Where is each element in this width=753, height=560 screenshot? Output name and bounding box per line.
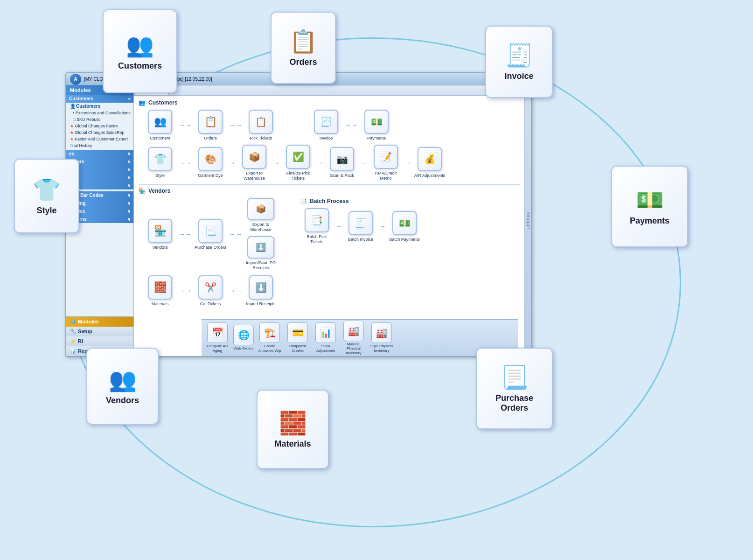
toolbar-stock-adjustment[interactable]: 📊 Stock Adjustment	[314, 322, 338, 353]
compute-aging-box[interactable]: 📅	[207, 322, 228, 343]
vendors-float-label: Vendors	[106, 396, 139, 406]
flow-node-import-scan[interactable]: ⬇️ Import/Scan PO Receipts	[244, 236, 278, 271]
flow-node-cuttickets[interactable]: ✂️ Cut Tickets	[194, 275, 227, 307]
sidebar-item-extensions[interactable]: • Extensions and Cancellations	[66, 110, 133, 116]
flow-node-import-receipts[interactable]: ⬇️ Import Receipts	[244, 275, 278, 307]
flow-node-batch-pick[interactable]: 📑 Batch Pick Tickets	[300, 208, 334, 245]
scan-box[interactable]: 📷	[330, 147, 354, 171]
material-physical-box[interactable]: 🏭	[343, 321, 364, 341]
vendors-section-label: Vendors	[148, 188, 170, 194]
toolbar-unapplied-credits[interactable]: 💳 Unapplied Credits	[286, 322, 310, 353]
sidebar-returns-expand: ∨	[127, 217, 131, 222]
pick-node-box[interactable]: 📋	[249, 110, 273, 134]
import-receipts-box[interactable]: ⬇️	[249, 275, 273, 300]
unapplied-credits-box[interactable]: 💳	[287, 322, 308, 343]
flow-node-rma[interactable]: 📝 RMA/Credit Memo	[369, 145, 403, 181]
flow-node-vendors[interactable]: 🏪 Vendors	[143, 219, 177, 250]
style-node-box[interactable]: 👕	[148, 147, 172, 171]
cut-node-box[interactable]: ✂️	[198, 275, 223, 300]
flow-node-orders[interactable]: 📋 Orders	[194, 110, 227, 141]
utilities-label: Utilities	[526, 212, 530, 230]
po-node-box[interactable]: 📃	[198, 219, 223, 243]
section-divider-1	[139, 184, 520, 185]
style-flow-row: 👕 Style →→ 🎨 Garment Dye → 📦 Export	[143, 145, 520, 181]
float-orders[interactable]: 📋 Orders	[271, 12, 336, 84]
orders-node-box[interactable]: 📋	[198, 110, 223, 134]
stock-adjustment-label: Stock Adjustment	[314, 344, 338, 353]
ar-box[interactable]: 💰	[418, 147, 442, 171]
sidebar-ri-btn[interactable]: ⚡ RI	[66, 336, 133, 346]
flow-node-picktickets[interactable]: 📋 Pick Tickets	[244, 110, 278, 141]
flow-node-export-wh[interactable]: 📦 Export to Warehouse	[237, 145, 271, 181]
sidebar-setup-btn[interactable]: 🔧 Setup	[66, 327, 133, 336]
sidebar-section-es[interactable]: es ∨	[66, 150, 133, 158]
export-wh2-box[interactable]: 📦	[247, 198, 274, 220]
flow-node-ar[interactable]: 💰 A/R Adjustments	[413, 147, 446, 178]
float-payments[interactable]: 💵 Payments	[611, 166, 688, 247]
float-invoice[interactable]: 🧾 Invoice	[485, 26, 553, 98]
export-wh-box[interactable]: 📦	[242, 145, 266, 169]
toolbar-style-physical[interactable]: 🏭 Style Physical Inventory	[370, 322, 394, 353]
flow-node-customers[interactable]: 👥 Customers	[143, 110, 177, 141]
create-allocated-icon: 🏗️	[264, 327, 276, 338]
orders-float-icon: 📋	[289, 28, 317, 55]
float-style[interactable]: 👕 Style	[14, 159, 79, 233]
style-physical-box[interactable]: 🏭	[371, 322, 392, 343]
flow-node-scan[interactable]: 📷 Scan & Pack	[325, 147, 359, 178]
payments-node-box[interactable]: 💵	[364, 110, 389, 134]
flow-node-payments[interactable]: 💵 Payments	[360, 110, 393, 141]
sidebar-item-sku-rebuild[interactable]: □ SKU Rebuild	[66, 116, 133, 123]
flow-node-export-wh2[interactable]: 📦 Export to Warehouse	[244, 198, 278, 232]
web-orders-box[interactable]: 🌐	[233, 325, 254, 345]
flow-node-style[interactable]: 👕 Style	[143, 147, 177, 178]
float-customers[interactable]: 👥 Customers	[103, 9, 177, 93]
vendors-node-box[interactable]: 🏪	[148, 219, 172, 243]
flow-node-po[interactable]: 📃 Purchase Orders	[194, 219, 227, 250]
sidebar-modules-btn[interactable]: ⚙️ Modules	[66, 317, 133, 327]
float-materials[interactable]: 🧱 Materials	[257, 390, 329, 469]
stock-adjustment-box[interactable]: 📊	[315, 322, 336, 343]
pick-node-icon: 📋	[255, 116, 267, 127]
batch-invoice-box[interactable]: 🧾	[349, 211, 373, 235]
payments-node-label: Payments	[367, 136, 386, 141]
materials-node-box[interactable]: 🧱	[148, 275, 172, 300]
garment-node-box[interactable]: 🎨	[198, 147, 223, 171]
customers-flow-row: 👥 Customers →→ 📋 Orders →→ 📋 Pick Ti	[143, 110, 520, 141]
sidebar-item-global-factor[interactable]: ★ Global Changes Factor	[66, 123, 133, 129]
utilities-scrollbar[interactable]: Utilities	[524, 85, 531, 356]
sidebar-invoice-expand: ∨	[127, 209, 131, 214]
materials-node-label: Materials	[152, 301, 169, 307]
ar-label: A/R Adjustments	[414, 173, 446, 178]
sidebar-item-global-salesrep[interactable]: ★ Global Changes SalesRep	[66, 129, 133, 136]
ar-icon: 💰	[424, 154, 436, 165]
float-purchase-orders[interactable]: 📃 Purchase Orders	[476, 348, 553, 429]
flow-node-materials[interactable]: 🧱 Materials	[143, 275, 177, 307]
toolbar-web-orders[interactable]: 🌐 Web Orders	[233, 325, 254, 351]
import-receipts-icon: ⬇️	[255, 282, 267, 293]
sidebar-item-factor-export[interactable]: ★ Factor And Customer Export	[66, 136, 133, 142]
import-scan-box[interactable]: ⬇️	[247, 236, 274, 259]
scan-icon: 📷	[336, 154, 348, 165]
flow-node-batch-invoice[interactable]: 🧾 Batch Invoice	[344, 211, 377, 242]
rma-box[interactable]: 📝	[374, 145, 398, 169]
flow-node-invoice[interactable]: 🧾 Invoice	[309, 110, 343, 141]
arrow-finalize-scan: →	[317, 159, 323, 167]
float-vendors[interactable]: 👥 Vendors	[86, 348, 159, 425]
customers-node-box[interactable]: 👥	[148, 110, 172, 134]
sidebar-section-customers[interactable]: Customers «	[66, 95, 133, 103]
web-orders-icon: 🌐	[238, 329, 250, 341]
flow-node-garment-dye[interactable]: 🎨 Garment Dye	[194, 147, 227, 178]
batch-payments-box[interactable]: 💵	[392, 211, 417, 235]
toolbar-create-allocated[interactable]: 🏗️ Create Allocated Wip	[258, 322, 282, 353]
toolbar-material-physical[interactable]: 🏭 Material Physical Inventory	[342, 321, 366, 356]
finalize-box[interactable]: ✅	[286, 145, 310, 169]
batch-pick-box[interactable]: 📑	[305, 208, 329, 232]
sidebar-item-customers[interactable]: 👤Customers	[66, 103, 133, 110]
flow-node-finalize[interactable]: ✅ Finalize Pick Tickets	[281, 145, 315, 181]
flow-node-batch-payments[interactable]: 💵 Batch Payments	[388, 211, 421, 242]
toolbar-compute-aging[interactable]: 📅 Compute AR Aging	[205, 322, 230, 353]
create-allocated-box[interactable]: 🏗️	[259, 322, 280, 343]
tab-bar: Home ×	[134, 85, 524, 96]
invoice-node-box[interactable]: 🧾	[314, 110, 338, 134]
sidebar-item-ial-history[interactable]: □ ial History	[66, 142, 133, 149]
